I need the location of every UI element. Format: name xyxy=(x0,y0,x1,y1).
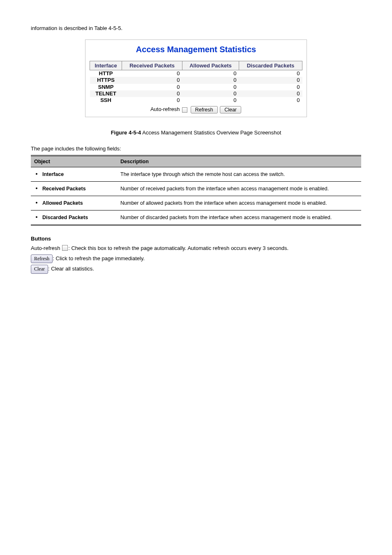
object-desc: The interface type through which the rem… xyxy=(117,167,361,182)
figure-title: Access Management Statistics xyxy=(90,45,302,54)
bullet-icon xyxy=(36,187,37,189)
object-name: Allowed Packets xyxy=(42,200,83,206)
cell-discarded: 0 xyxy=(239,90,302,97)
col-allowed: Allowed Packets xyxy=(182,61,239,70)
object-name: Discarded Packets xyxy=(42,215,88,220)
auto-refresh-text: Auto-refresh xyxy=(31,245,62,251)
auto-refresh-checkbox[interactable] xyxy=(182,107,187,113)
intro-text: information is described in Table 4-5-5. xyxy=(31,25,361,32)
statistics-table: Interface Received Packets Allowed Packe… xyxy=(90,61,302,104)
figure-caption-number: Figure 4-5-4 xyxy=(111,130,141,136)
col-object: Object xyxy=(31,156,117,167)
explain-intro: The page includes the following fields: xyxy=(31,146,361,152)
cell-interface: SNMP xyxy=(90,84,122,90)
statistics-figure: Access Management Statistics Interface R… xyxy=(85,39,307,117)
col-description: Description xyxy=(117,156,361,167)
bullet-icon xyxy=(36,216,37,218)
cell-discarded: 0 xyxy=(239,77,302,83)
buttons-heading: Buttons xyxy=(31,236,361,242)
table-row: HTTP 0 0 0 xyxy=(90,70,302,77)
refresh-desc: : Click to refresh the page immediately. xyxy=(53,255,145,261)
auto-refresh-label: Auto-refresh xyxy=(150,106,180,113)
bullet-icon xyxy=(36,173,37,175)
clear-button[interactable]: Clear xyxy=(220,106,241,113)
cell-allowed: 0 xyxy=(182,97,239,104)
cell-allowed: 0 xyxy=(182,90,239,97)
figure-caption-text: Access Management Statistics Overview Pa… xyxy=(141,130,281,136)
buttons-section: Buttons Auto-refresh : Check this box to… xyxy=(31,236,361,273)
col-interface: Interface xyxy=(90,61,122,70)
figure-caption: Figure 4-5-4 Access Management Statistic… xyxy=(31,130,361,136)
col-received: Received Packets xyxy=(122,61,182,70)
auto-refresh-checkbox-inline[interactable] xyxy=(62,245,68,251)
cell-received: 0 xyxy=(122,90,182,97)
table-row: HTTPS 0 0 0 xyxy=(90,77,302,83)
table-row: TELNET 0 0 0 xyxy=(90,90,302,97)
explain-table: Object Description Interface The interfa… xyxy=(31,155,361,226)
table-row: Discarded Packets Number of discarded pa… xyxy=(31,210,361,225)
col-discarded: Discarded Packets xyxy=(239,61,302,70)
cell-allowed: 0 xyxy=(182,70,239,77)
cell-interface: HTTP xyxy=(90,70,122,77)
cell-received: 0 xyxy=(122,70,182,77)
clear-desc: : Clear all statistics. xyxy=(48,266,94,272)
cell-interface: HTTPS xyxy=(90,77,122,83)
object-desc: Number of discarded packets from the int… xyxy=(117,210,361,225)
auto-refresh-desc: : Check this box to refresh the page aut… xyxy=(68,245,288,251)
refresh-button[interactable]: Refresh xyxy=(191,106,218,113)
table-row: Interface The interface type through whi… xyxy=(31,167,361,182)
cell-interface: TELNET xyxy=(90,90,122,97)
refresh-button-inline[interactable]: Refresh xyxy=(31,254,53,263)
object-desc: Number of allowed packets from the inter… xyxy=(117,196,361,210)
table-row: SNMP 0 0 0 xyxy=(90,84,302,90)
bullet-icon xyxy=(36,202,37,204)
table-row: Allowed Packets Number of allowed packet… xyxy=(31,196,361,210)
object-name: Received Packets xyxy=(42,186,86,192)
cell-allowed: 0 xyxy=(182,84,239,90)
figure-controls: Auto-refresh Refresh Clear xyxy=(90,106,302,113)
cell-discarded: 0 xyxy=(239,97,302,104)
cell-discarded: 0 xyxy=(239,70,302,77)
cell-received: 0 xyxy=(122,77,182,83)
table-row: SSH 0 0 0 xyxy=(90,97,302,104)
cell-received: 0 xyxy=(122,97,182,104)
clear-button-inline[interactable]: Clear xyxy=(31,265,48,273)
cell-received: 0 xyxy=(122,84,182,90)
object-name: Interface xyxy=(42,171,64,177)
cell-interface: SSH xyxy=(90,97,122,104)
table-row: Received Packets Number of received pack… xyxy=(31,182,361,196)
cell-discarded: 0 xyxy=(239,84,302,90)
cell-allowed: 0 xyxy=(182,77,239,83)
object-desc: Number of received packets from the inte… xyxy=(117,182,361,196)
